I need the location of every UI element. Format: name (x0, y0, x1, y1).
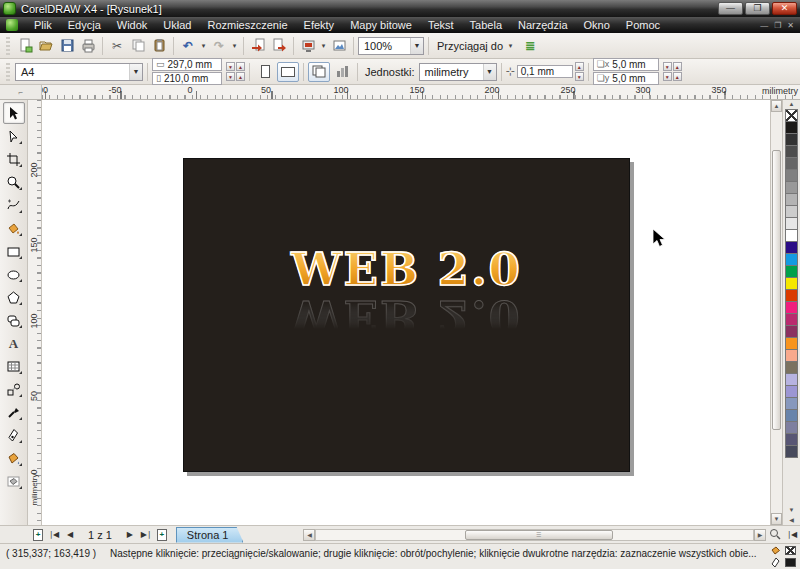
dup-x-spin-down-icon[interactable]: ▼ (663, 62, 672, 71)
welcome-screen-icon[interactable] (329, 36, 349, 56)
horizontal-scroll-thumb[interactable]: ☰ (465, 530, 613, 540)
doc-close-icon[interactable]: ✕ (787, 21, 794, 30)
width-spin-down-icon[interactable]: ▼ (226, 62, 235, 71)
menu-mapy-bitowe[interactable]: Mapy bitowe (342, 18, 420, 32)
chevron-down-icon[interactable]: ▼ (410, 38, 423, 54)
redo-dropdown-icon[interactable]: ▾ (230, 42, 239, 50)
menu-plik[interactable]: Plik (26, 18, 60, 32)
portrait-button[interactable] (254, 62, 276, 82)
freehand-tool[interactable] (3, 194, 25, 216)
page-object-black-rectangle[interactable]: WEB 2.0 WEB 2.0 (183, 158, 630, 472)
text-tool[interactable]: A (3, 332, 25, 354)
menu-efekty[interactable]: Efekty (296, 18, 343, 32)
dup-x-spin-up-icon[interactable]: ▲ (673, 62, 682, 71)
vertical-scroll-track[interactable] (771, 112, 782, 513)
minimize-button[interactable]: — (718, 2, 743, 15)
save-icon[interactable] (57, 36, 77, 56)
launcher-dropdown-icon[interactable]: ▾ (319, 42, 328, 50)
menu-uklad[interactable]: Układ (155, 18, 199, 32)
snap-to-dropdown[interactable]: Przyciągaj do ▾ (433, 40, 519, 52)
doc-minimize-icon[interactable]: — (760, 21, 768, 30)
dup-y-spin-up-icon[interactable]: ▲ (673, 72, 682, 81)
rectangle-tool[interactable] (3, 240, 25, 262)
doc-restore-icon[interactable]: ❐ (774, 21, 781, 30)
redo-icon[interactable]: ↷ (209, 36, 229, 56)
copy-icon[interactable] (128, 36, 148, 56)
artwork[interactable]: WEB 2.0 WEB 2.0 (291, 247, 522, 339)
basic-shapes-tool[interactable] (3, 309, 25, 331)
scroll-down-icon[interactable]: ▼ (771, 513, 782, 525)
height-spin-down-icon[interactable]: ▼ (226, 72, 235, 81)
fill-tool[interactable] (3, 447, 25, 469)
undo-icon[interactable]: ↶ (178, 36, 198, 56)
document-menu-icon[interactable] (6, 19, 18, 31)
dup-y-spin-down-icon[interactable]: ▼ (663, 72, 672, 81)
new-document-icon[interactable] (15, 36, 35, 56)
menu-rozmieszczenie[interactable]: Rozmieszczenie (199, 18, 295, 32)
menu-edycja[interactable]: Edycja (60, 18, 109, 32)
close-button[interactable]: ✕ (772, 2, 797, 15)
outline-pen-tool[interactable] (3, 424, 25, 446)
width-spin-up-icon[interactable]: ▲ (236, 62, 245, 71)
current-page-button[interactable] (331, 62, 353, 82)
outline-color-swatch[interactable] (785, 558, 796, 567)
pick-tool[interactable] (3, 102, 25, 124)
paste-icon[interactable] (149, 36, 169, 56)
polygon-tool[interactable] (3, 286, 25, 308)
horizontal-scrollbar[interactable]: ◀ ☰ ▶ (303, 528, 766, 542)
maximize-button[interactable]: ❐ (745, 2, 770, 15)
previous-page-icon[interactable]: ◀ (62, 528, 78, 542)
paper-height-field[interactable]: ▯210,0 mm (152, 72, 222, 85)
nudge-offset-field[interactable]: 0,1 mm (517, 65, 573, 78)
palette-nav-left-icon[interactable]: ∣◀ (784, 528, 800, 542)
nudge-spin-down-icon[interactable]: ▼ (575, 72, 584, 81)
ruler-origin-corner[interactable]: ⌐ (0, 85, 42, 99)
print-icon[interactable] (78, 36, 98, 56)
page-tab-strona-1[interactable]: Strona 1 (176, 527, 244, 543)
height-spin-up-icon[interactable]: ▲ (236, 72, 245, 81)
duplicate-y-field[interactable]: ❏y5,0 mm (593, 72, 659, 85)
vertical-scroll-thumb[interactable] (772, 150, 781, 430)
add-page-after-button[interactable]: + (154, 528, 170, 542)
vertical-ruler[interactable]: 200 150 100 50 0 milimetry (28, 100, 42, 525)
nudge-spin-up-icon[interactable]: ▲ (575, 62, 584, 71)
menu-tekst[interactable]: Tekst (420, 18, 462, 32)
zoom-level-combo[interactable]: 100% ▼ (358, 37, 424, 55)
export-icon[interactable] (269, 36, 289, 56)
eyedropper-tool[interactable] (3, 401, 25, 423)
drawing-canvas[interactable]: WEB 2.0 WEB 2.0 (42, 100, 770, 525)
interactive-fill-tool[interactable] (3, 470, 25, 492)
open-icon[interactable] (36, 36, 56, 56)
duplicate-x-field[interactable]: ❏x5,0 mm (593, 58, 659, 71)
fill-none-swatch[interactable] (785, 546, 796, 555)
app-launcher-icon[interactable] (298, 36, 318, 56)
shape-tool[interactable] (3, 125, 25, 147)
undo-dropdown-icon[interactable]: ▾ (199, 42, 208, 50)
blend-tool[interactable] (3, 378, 25, 400)
zoom-tool[interactable] (3, 171, 25, 193)
smart-fill-tool[interactable] (3, 217, 25, 239)
last-page-icon[interactable]: ▶∣ (138, 528, 154, 542)
next-page-icon[interactable]: ▶ (122, 528, 138, 542)
landscape-button[interactable] (277, 62, 299, 82)
color-swatch[interactable] (785, 445, 798, 458)
add-page-before-button[interactable]: + (30, 528, 46, 542)
options-icon[interactable]: ≣ (520, 36, 540, 56)
menu-okno[interactable]: Okno (576, 18, 618, 32)
menu-tabela[interactable]: Tabela (462, 18, 510, 32)
pan-zoom-icon[interactable] (766, 528, 784, 542)
units-combo[interactable]: milimetry ▼ (419, 63, 497, 81)
scroll-left-icon[interactable]: ◀ (303, 529, 315, 541)
palette-expand-icon[interactable]: ◀ (789, 516, 794, 525)
all-pages-button[interactable] (308, 62, 330, 82)
horizontal-scroll-track[interactable]: ☰ (315, 529, 754, 541)
horizontal-ruler[interactable]: -100 -50 0 50 100 150 200 250 300 350 mi… (42, 85, 800, 99)
paper-preset-combo[interactable]: A4 ▼ (15, 63, 143, 81)
vertical-scrollbar[interactable]: ▲ ▼ (770, 100, 782, 525)
import-icon[interactable] (248, 36, 268, 56)
toolbar-grip[interactable] (6, 37, 10, 55)
chevron-down-icon[interactable]: ▼ (483, 64, 496, 80)
ellipse-tool[interactable] (3, 263, 25, 285)
menu-narzedzia[interactable]: Narzędzia (510, 18, 576, 32)
paper-width-field[interactable]: ▭297,0 mm (152, 58, 222, 71)
